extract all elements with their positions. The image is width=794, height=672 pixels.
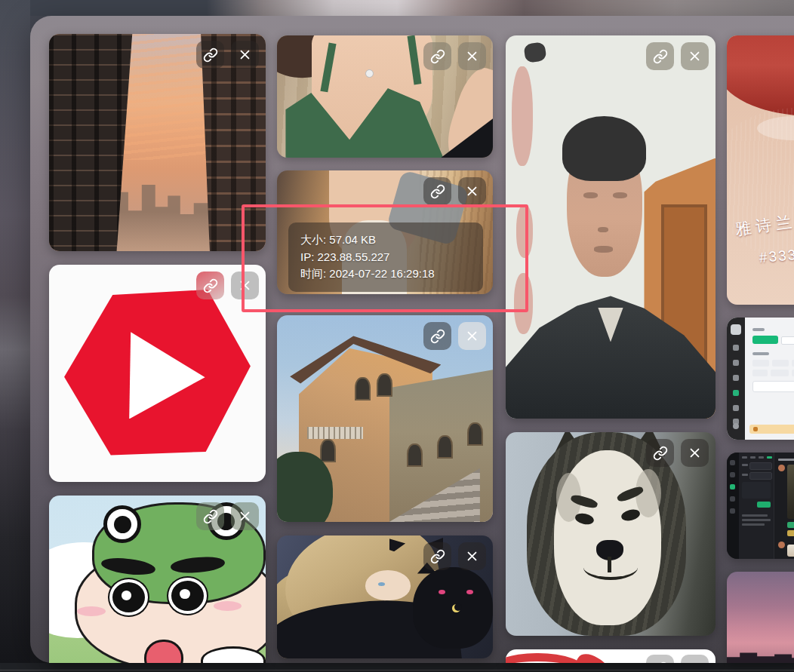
link-icon <box>653 661 668 664</box>
copy-link-button[interactable] <box>196 272 224 299</box>
close-icon <box>239 279 251 292</box>
tooltip-time: 时间: 2024-07-22 16:29:18 <box>300 265 471 283</box>
copy-link-button[interactable] <box>423 542 451 570</box>
card-actions <box>196 272 259 299</box>
card-actions <box>646 655 709 663</box>
image-card-vintage-man[interactable] <box>506 35 716 419</box>
lipstick-shade-text: #333 <box>759 247 794 266</box>
tooltip-size: 大小: 57.04 KB <box>300 232 471 249</box>
card-actions <box>196 502 259 530</box>
vintage-man-image <box>506 35 716 419</box>
card-actions <box>423 42 486 70</box>
pink-sunset-image <box>727 572 794 663</box>
delete-button[interactable] <box>231 502 259 530</box>
tooltip-ip: IP: 223.88.55.227 <box>300 249 471 266</box>
image-card-dark-app-screenshot[interactable] <box>727 453 794 559</box>
link-icon <box>653 49 668 64</box>
link-icon <box>430 184 445 199</box>
image-card-pink-sunset[interactable] <box>727 572 794 663</box>
image-card-hexagon-logo[interactable] <box>49 265 266 482</box>
link-icon <box>430 549 445 564</box>
card-actions <box>423 177 486 205</box>
copy-link-button[interactable] <box>646 655 674 663</box>
close-icon <box>239 48 251 61</box>
image-metadata-tooltip: 大小: 57.04 KB IP: 223.88.55.227 时间: 2024-… <box>288 222 483 292</box>
close-icon <box>466 185 479 198</box>
copy-link-button[interactable] <box>423 322 451 350</box>
link-icon <box>203 509 218 524</box>
copy-link-button[interactable] <box>423 42 451 70</box>
card-actions <box>423 542 486 570</box>
dark-app-screenshot-image <box>727 453 794 559</box>
image-card-anime-girl-cat[interactable] <box>277 535 493 658</box>
image-card-lipstick[interactable]: 雅诗兰黛 #333 <box>727 35 794 305</box>
link-icon <box>430 329 445 344</box>
backdrop-bottom-strip <box>0 663 794 672</box>
copy-link-button[interactable] <box>196 502 224 530</box>
delete-button[interactable] <box>231 272 259 299</box>
delete-button[interactable] <box>458 542 486 570</box>
delete-button[interactable] <box>231 41 259 69</box>
copy-link-button[interactable] <box>646 42 674 70</box>
delete-button[interactable] <box>681 439 709 467</box>
image-card-green-top[interactable] <box>277 35 493 158</box>
copy-link-button[interactable] <box>423 177 451 205</box>
delete-button[interactable] <box>458 322 486 350</box>
close-icon <box>688 446 701 459</box>
image-card-city-sunset[interactable] <box>49 34 266 251</box>
delete-button[interactable] <box>458 42 486 70</box>
close-icon <box>239 510 251 523</box>
image-card-villa-house[interactable] <box>277 315 493 522</box>
card-actions <box>646 42 709 70</box>
link-icon <box>430 49 445 64</box>
image-card-light-app-screenshot[interactable] <box>727 318 794 440</box>
close-icon <box>688 662 701 663</box>
close-icon <box>466 50 479 63</box>
close-icon <box>688 50 701 63</box>
link-icon <box>653 446 668 461</box>
backdrop-top-strip <box>0 0 794 16</box>
copy-link-button[interactable] <box>646 439 674 467</box>
image-card-husky[interactable] <box>506 432 716 636</box>
link-icon <box>203 48 218 63</box>
delete-button[interactable] <box>681 655 709 663</box>
delete-button[interactable] <box>458 177 486 205</box>
link-icon <box>203 278 218 293</box>
image-card-shinchan[interactable] <box>49 496 266 663</box>
backdrop-left-strip <box>0 0 30 672</box>
copy-link-button[interactable] <box>196 41 224 69</box>
card-actions <box>196 41 259 69</box>
card-actions <box>646 439 709 467</box>
image-card-red-logo-partial[interactable] <box>506 649 716 663</box>
light-app-screenshot-image <box>727 318 794 440</box>
card-actions <box>423 322 486 350</box>
close-icon <box>466 330 479 342</box>
red-lips-image: 雅诗兰黛 #333 <box>727 35 794 305</box>
close-icon <box>466 550 479 563</box>
delete-button[interactable] <box>681 42 709 70</box>
backdrop-bottom-line <box>0 670 794 670</box>
